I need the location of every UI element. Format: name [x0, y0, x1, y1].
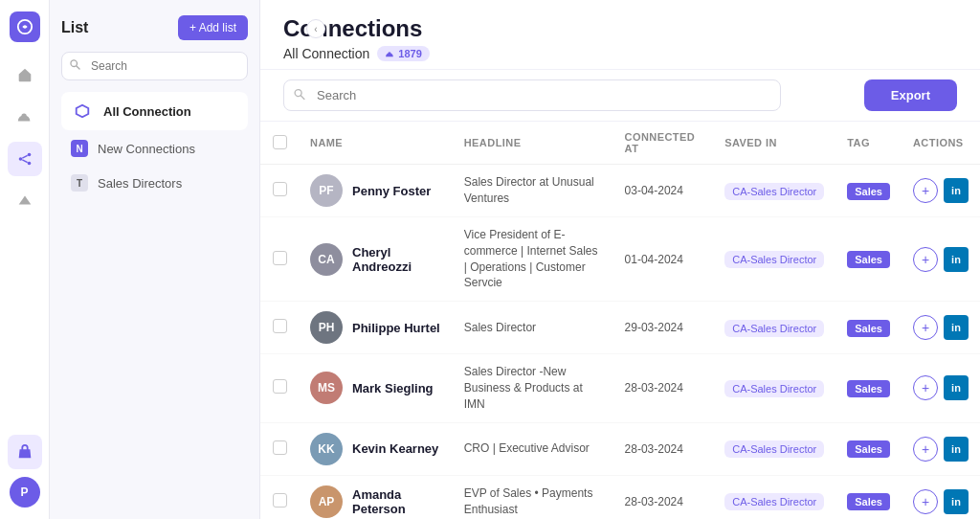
- svg-point-1: [18, 157, 22, 161]
- collapse-sidebar-button[interactable]: ‹: [306, 19, 325, 38]
- toolbar-search-icon: [293, 87, 306, 103]
- col-actions: ACTIONS: [902, 122, 980, 165]
- sidebar-search-icon: [69, 58, 81, 74]
- row-name-cell: KK Kevin Kearney: [299, 422, 453, 475]
- row-headline-cell: Vice President of E-commerce | Internet …: [453, 217, 613, 302]
- select-all-checkbox[interactable]: [273, 135, 287, 149]
- tag-badge: Sales: [847, 320, 890, 337]
- avatar: KK: [310, 433, 343, 465]
- avatar: AP: [310, 485, 343, 518]
- col-tag: TAG: [835, 122, 902, 165]
- linkedin-action-button[interactable]: in: [944, 315, 969, 340]
- app-logo[interactable]: [10, 11, 40, 42]
- row-name-cell: CA Cheryl Andreozzi: [299, 217, 453, 302]
- user-avatar[interactable]: P: [10, 477, 40, 508]
- row-checkbox[interactable]: [273, 182, 287, 196]
- nav-users-button[interactable]: [8, 100, 42, 134]
- linkedin-action-button[interactable]: in: [944, 437, 969, 462]
- person-name: Kevin Kearney: [352, 441, 438, 456]
- person-name: Mark Siegling: [352, 381, 434, 395]
- person-name: Penny Foster: [352, 184, 431, 198]
- people-icon: [385, 49, 395, 59]
- row-actions-cell: + in: [902, 422, 980, 475]
- row-tag-cell: Sales: [835, 475, 902, 519]
- row-name-cell: AP Amanda Peterson: [299, 475, 453, 519]
- main-subtitle-text: All Connection: [283, 46, 369, 61]
- row-checkbox[interactable]: [273, 493, 287, 508]
- toolbar-search-input[interactable]: [283, 79, 781, 111]
- add-action-button[interactable]: +: [913, 247, 938, 272]
- table-row: CA Cheryl Andreozzi Vice President of E-…: [260, 217, 980, 302]
- sidebar-search-input[interactable]: [61, 52, 248, 80]
- tag-badge: Sales: [847, 183, 890, 200]
- n-badge-icon: N: [71, 140, 88, 157]
- sidebar-item-sales-directors[interactable]: T Sales Directors: [61, 167, 248, 199]
- person-name: Cheryl Andreozzi: [352, 245, 441, 274]
- add-action-button[interactable]: +: [913, 178, 938, 203]
- t-badge-icon: T: [71, 174, 88, 192]
- row-name-cell: MS Mark Siegling: [299, 354, 453, 422]
- linkedin-action-button[interactable]: in: [944, 375, 969, 400]
- row-headline-cell: Sales Director at Unusual Ventures: [453, 165, 613, 217]
- main-content: Connections All Connection 1879 Export N…: [260, 0, 980, 519]
- add-action-button[interactable]: +: [913, 315, 938, 340]
- cube-icon: [71, 100, 94, 123]
- linkedin-action-button[interactable]: in: [944, 489, 969, 514]
- svg-line-5: [22, 160, 27, 163]
- row-date-cell: 29-03-2024: [613, 302, 714, 354]
- row-headline-cell: Sales Director: [453, 302, 613, 354]
- tag-badge: Sales: [847, 251, 890, 268]
- row-date-cell: 03-04-2024: [613, 165, 714, 217]
- main-subtitle: All Connection 1879: [283, 46, 957, 61]
- add-action-button[interactable]: +: [913, 375, 938, 400]
- saved-badge: CA-Sales Director: [724, 493, 824, 510]
- export-button[interactable]: Export: [864, 79, 957, 111]
- row-saved-cell: CA-Sales Director: [713, 302, 835, 354]
- nav-home-button[interactable]: [8, 57, 42, 92]
- avatar: PH: [310, 311, 343, 344]
- actions-cell: + in: [913, 247, 969, 272]
- col-name: NAME: [299, 122, 453, 165]
- person-cell: PH Philippe Hurtel: [310, 311, 441, 344]
- nav-flights-button[interactable]: [8, 184, 42, 218]
- sidebar: List + Add list All Connection N New Con…: [50, 0, 260, 519]
- tag-badge: Sales: [847, 440, 890, 458]
- add-action-button[interactable]: +: [913, 489, 938, 514]
- col-headline: HEADLINE: [453, 122, 613, 165]
- add-action-button[interactable]: +: [913, 437, 938, 462]
- row-checkbox-cell: [260, 475, 299, 519]
- row-checkbox-cell: [260, 302, 299, 354]
- toolbar-search-container: [283, 79, 781, 111]
- person-cell: KK Kevin Kearney: [310, 433, 441, 465]
- sidebar-item-new-connections[interactable]: N New Connections: [61, 132, 248, 165]
- sidebar-item-all-connection[interactable]: All Connection: [61, 92, 248, 130]
- row-actions-cell: + in: [902, 217, 980, 302]
- avatar: CA: [310, 243, 343, 276]
- sidebar-header: List + Add list: [61, 15, 248, 40]
- tag-badge: Sales: [847, 380, 890, 397]
- table-row: AP Amanda Peterson EVP of Sales • Paymen…: [260, 475, 980, 519]
- row-tag-cell: Sales: [835, 302, 902, 354]
- row-actions-cell: + in: [902, 354, 980, 422]
- row-date-cell: 28-03-2024: [613, 354, 714, 422]
- person-cell: PF Penny Foster: [310, 174, 441, 207]
- table-header: NAME HEADLINE CONNECTED AT SAVED IN TAG …: [260, 122, 980, 165]
- row-checkbox[interactable]: [273, 379, 287, 394]
- row-checkbox[interactable]: [273, 251, 287, 265]
- linkedin-action-button[interactable]: in: [944, 247, 969, 272]
- row-headline-cell: CRO | Executive Advisor: [453, 422, 613, 475]
- nav-bag-button[interactable]: [8, 435, 42, 469]
- col-connected-at: CONNECTED AT: [613, 122, 714, 165]
- row-checkbox-cell: [260, 422, 299, 475]
- row-actions-cell: + in: [902, 302, 980, 354]
- linkedin-action-button[interactable]: in: [944, 178, 969, 203]
- nav-connections-button[interactable]: [8, 142, 42, 176]
- row-checkbox[interactable]: [273, 319, 287, 333]
- row-checkbox[interactable]: [273, 440, 287, 455]
- sidebar-list: All Connection N New Connections T Sales…: [61, 92, 248, 199]
- table-row: PF Penny Foster Sales Director at Unusua…: [260, 165, 980, 217]
- row-date-cell: 28-03-2024: [613, 422, 714, 475]
- row-tag-cell: Sales: [835, 217, 902, 302]
- add-list-button[interactable]: + Add list: [178, 15, 248, 40]
- actions-cell: + in: [913, 437, 969, 462]
